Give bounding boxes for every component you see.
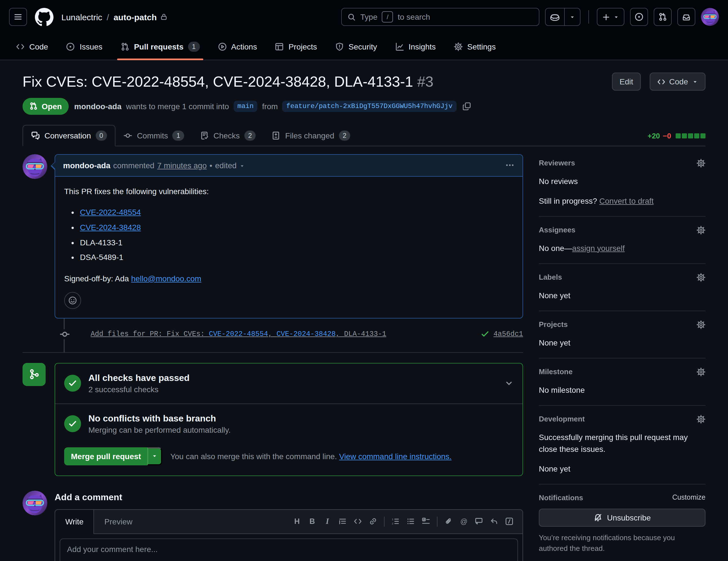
create-new-button[interactable] [597, 8, 624, 26]
github-pr-page: Lunalectric / auto-patch Type / to searc… [0, 0, 728, 561]
svg-text:@: @ [460, 517, 468, 525]
numbered-list-icon[interactable]: 12 [388, 514, 403, 529]
gear-icon[interactable] [696, 158, 705, 167]
gear-icon[interactable] [696, 225, 705, 234]
head-branch-label[interactable]: feature/patch-2xBiDgT557DxGGWU5h47hvhGJj… [282, 100, 457, 112]
merge-footer: Merge pull request You can also merge th… [55, 444, 522, 475]
nav-item-actions[interactable]: Actions [210, 34, 265, 60]
comment-edited-label[interactable]: edited [215, 161, 236, 170]
editor-body [55, 534, 522, 561]
sidebar-section-reviewers: Reviewers No reviews Still in progress? … [539, 154, 705, 216]
user-avatar[interactable] [701, 8, 719, 26]
pr-number: #3 [417, 73, 434, 90]
nav-item-projects[interactable]: Projects [267, 34, 325, 60]
customize-link[interactable]: Customize [672, 493, 705, 501]
gear-icon[interactable] [696, 414, 705, 423]
nav-item-code[interactable]: Code [8, 34, 56, 60]
breadcrumb-repo[interactable]: auto-patch [113, 12, 168, 22]
cve-link[interactable]: CVE-2022-48554 [80, 208, 141, 217]
nav-item-insights[interactable]: Insights [387, 34, 444, 60]
pull-requests-dashboard-button[interactable] [654, 8, 672, 26]
bold-icon[interactable]: B [305, 514, 320, 529]
bullet-list-icon[interactable] [403, 514, 418, 529]
merge-pull-request-button[interactable]: Merge pull request [64, 447, 148, 465]
comment-author[interactable]: mondoo-ada [63, 161, 110, 170]
checklist-icon [200, 131, 209, 140]
convert-to-draft-link[interactable]: Convert to draft [599, 196, 654, 205]
gear-icon[interactable] [696, 273, 705, 281]
notifications-caption: You’re receiving notifications because y… [539, 532, 705, 554]
copy-icon[interactable] [462, 102, 471, 111]
quote-icon[interactable] [335, 514, 350, 529]
merge-options-caret[interactable] [148, 447, 162, 465]
gear-icon[interactable] [696, 320, 705, 329]
cross-reference-icon[interactable] [471, 514, 486, 529]
commit-icon [123, 131, 132, 140]
checks-counter: 2 [244, 130, 256, 140]
comment-timestamp[interactable]: 7 minutes ago [157, 161, 207, 170]
email-link[interactable]: hello@mondoo.com [131, 274, 201, 283]
slash-command-icon[interactable] [502, 514, 517, 529]
comment-author-avatar[interactable] [23, 154, 47, 179]
reply-icon[interactable] [486, 514, 502, 529]
checks-passed-item[interactable]: All checks have passed 2 successful chec… [55, 363, 522, 403]
cli-merge-hint: You can also merge this with the command… [170, 451, 452, 461]
code-icon [657, 77, 665, 86]
tab-conversation[interactable]: Conversation 0 [23, 125, 115, 146]
chevron-down-icon[interactable] [504, 379, 513, 388]
issues-dashboard-button[interactable] [630, 8, 648, 26]
link-icon[interactable] [365, 514, 381, 529]
gear-icon [454, 42, 463, 51]
commit-message-link[interactable]: Add files for PR: Fix CVEs: CVE-2022-485… [91, 330, 386, 338]
comment-textarea[interactable] [60, 538, 518, 561]
nav-item-pull-requests[interactable]: Pull requests 1 [113, 34, 207, 60]
search-input[interactable]: Type / to search [341, 8, 539, 26]
unsubscribe-button[interactable]: Unsubscribe [539, 508, 705, 526]
gear-icon[interactable] [696, 367, 705, 376]
italic-icon[interactable]: I [320, 514, 335, 529]
copilot-dropdown-caret[interactable] [564, 8, 580, 25]
commit-sha-link[interactable]: 4a56dc1 [493, 330, 523, 338]
github-logo[interactable] [35, 8, 53, 26]
inbox-button[interactable] [677, 8, 695, 26]
nav-item-settings[interactable]: Settings [446, 34, 504, 60]
code-icon[interactable] [350, 514, 365, 529]
tab-preview[interactable]: Preview [94, 517, 143, 526]
emoji-reaction-button[interactable] [64, 292, 81, 308]
breadcrumb-separator: / [107, 12, 109, 22]
paperclip-icon[interactable] [441, 514, 456, 529]
copilot-button[interactable] [545, 8, 580, 26]
copilot-icon[interactable] [546, 8, 564, 25]
notifications-title: Notifications [539, 493, 583, 502]
mention-icon[interactable]: @ [456, 514, 471, 529]
task-list-icon[interactable] [418, 514, 434, 529]
tab-checks[interactable]: Checks 2 [192, 125, 264, 146]
caret-down-icon[interactable] [239, 163, 245, 169]
toolbar-divider [384, 516, 385, 526]
assignees-title: Assignees [539, 226, 575, 234]
pr-author[interactable]: mondoo-ada [74, 102, 122, 111]
plus-icon [602, 13, 610, 21]
heading-icon[interactable]: H [289, 514, 305, 529]
cve-link[interactable]: CVE-2024-38428 [80, 223, 141, 232]
cli-instructions-link[interactable]: View command line instructions. [339, 451, 452, 461]
breadcrumb-owner[interactable]: Lunalectric [61, 12, 102, 22]
nav-item-issues[interactable]: Issues [58, 34, 110, 60]
tab-commits[interactable]: Commits 1 [115, 125, 192, 146]
discussion-column: mondoo-ada commented 7 minutes ago • edi… [23, 154, 523, 561]
tab-write[interactable]: Write [55, 509, 94, 534]
base-branch-label[interactable]: main [233, 100, 258, 112]
assign-yourself-link[interactable]: assign yourself [572, 244, 625, 253]
tab-files-changed[interactable]: Files changed 2 [264, 125, 358, 146]
check-icon[interactable] [481, 330, 490, 338]
diff-stat[interactable]: +20 −0 [647, 131, 705, 146]
conversation-counter: 0 [95, 130, 107, 140]
nav-item-security[interactable]: Security [327, 34, 385, 60]
kebab-menu-icon[interactable] [505, 160, 515, 170]
merge-split-button: Merge pull request [64, 447, 162, 465]
check-circle-icon [64, 415, 81, 432]
hamburger-menu-button[interactable] [9, 8, 27, 26]
projects-none: None yet [539, 337, 705, 348]
edit-button[interactable]: Edit [612, 73, 640, 91]
code-button[interactable]: Code [649, 73, 705, 91]
